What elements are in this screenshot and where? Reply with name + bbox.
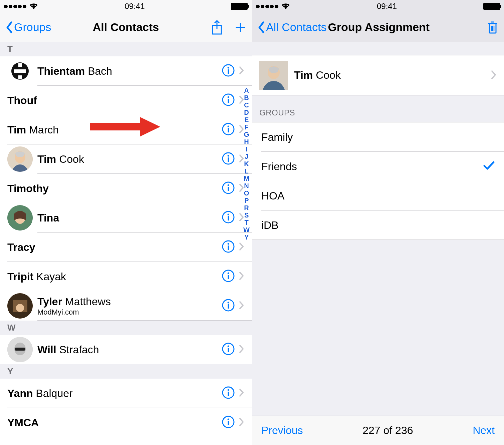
index-letter[interactable]: E [244,116,249,123]
svg-rect-6 [14,69,26,73]
info-icon[interactable] [222,152,235,166]
index-letter[interactable]: D [244,109,249,116]
svg-rect-7 [18,63,22,67]
svg-rect-36 [228,275,229,279]
svg-point-13 [228,96,229,98]
contact-avatar [259,61,288,90]
index-letter[interactable]: N [244,182,249,189]
index-letter[interactable]: T [244,219,248,226]
highlight-arrow-icon [90,117,160,136]
contacts-list[interactable]: TThientam BachThoufTim MarchTim CookTimo… [0,42,252,445]
signal-dots-icon [256,5,278,8]
index-letter[interactable]: J [245,153,248,160]
info-icon[interactable] [222,93,235,108]
svg-rect-54 [228,421,229,425]
status-time: 09:41 [124,2,145,11]
svg-rect-30 [228,216,229,220]
contact-row[interactable]: Tina [0,203,252,233]
info-icon[interactable] [222,210,235,225]
info-icon[interactable] [222,64,235,78]
back-button[interactable]: All Contacts [257,21,326,34]
contact-row[interactable]: Will Strafach [0,335,252,364]
contact-row[interactable]: Timothy [0,174,252,203]
contact-row[interactable]: Tim Cook [0,144,252,174]
contact-name: Thouf [7,94,222,107]
svg-point-50 [228,389,229,391]
group-row[interactable]: iDB [252,210,504,240]
spacer [252,42,504,55]
section-header: T [0,42,252,56]
next-button[interactable]: Next [473,424,495,437]
svg-rect-22 [228,157,229,162]
back-button[interactable]: Groups [5,21,51,34]
svg-rect-51 [228,392,229,396]
info-icon[interactable] [222,269,235,284]
info-icon[interactable] [222,342,235,357]
checkmark-icon [483,160,495,173]
index-letter[interactable]: F [244,123,248,131]
contact-row[interactable]: Thientam Bach [0,56,252,86]
add-icon[interactable] [234,21,246,33]
contact-row[interactable]: Tracy [0,233,252,262]
group-row[interactable]: Family [252,122,504,152]
contact-name: Tyler Matthews [37,296,222,308]
info-icon[interactable] [222,240,235,255]
index-letter[interactable]: W [243,226,250,234]
chevron-right-icon [239,344,244,355]
chevron-right-icon [239,242,244,253]
contact-row[interactable]: Thouf [0,86,252,115]
svg-point-16 [228,126,229,127]
svg-point-53 [228,419,229,420]
contact-avatar [7,146,33,172]
info-icon[interactable] [222,299,235,313]
index-letter[interactable]: R [244,204,249,211]
contact-name: Yann Balquer [7,387,222,400]
index-letter[interactable]: S [244,211,249,219]
index-letter[interactable]: M [244,175,249,182]
index-strip[interactable]: ABCDEFGHIJKLMNOPRSTWY [243,87,250,241]
index-letter[interactable]: C [244,101,249,109]
info-icon[interactable] [222,122,235,137]
contact-row[interactable]: YMCA [0,408,252,437]
contact-header-row[interactable]: Tim Cook [252,55,504,95]
svg-point-10 [228,67,229,69]
share-icon[interactable] [211,20,223,35]
info-icon[interactable] [222,415,235,430]
battery-icon [483,3,500,10]
index-letter[interactable]: O [244,189,249,197]
svg-rect-25 [228,187,229,191]
group-row[interactable]: HOA [252,181,504,210]
index-letter[interactable]: B [244,94,249,101]
contact-avatar [7,205,33,231]
svg-point-24 [228,184,229,186]
contact-name: Timothy [7,182,222,195]
contact-avatar [7,293,33,319]
index-letter[interactable]: I [246,145,248,153]
contact-name: YMCA [7,417,222,429]
contact-row[interactable]: Yann Balquer [0,379,252,408]
info-icon[interactable] [222,386,235,401]
index-letter[interactable]: P [244,197,249,204]
svg-rect-45 [15,348,25,351]
svg-rect-11 [228,69,229,74]
contact-avatar [7,337,33,362]
chevron-right-icon [239,271,244,282]
contact-row[interactable]: Tyler MatthewsModMyi.com [0,291,252,321]
svg-point-41 [228,302,229,304]
chevron-right-icon [239,388,244,399]
index-letter[interactable]: Y [244,234,249,241]
empty-area [252,240,504,416]
group-name: iDB [261,219,495,232]
group-row[interactable]: Friends [252,152,504,181]
contact-row[interactable]: Tripit Kayak [0,262,252,291]
index-letter[interactable]: H [244,138,249,145]
info-icon[interactable] [222,181,235,196]
section-header: W [0,321,252,335]
svg-point-29 [228,214,229,215]
index-letter[interactable]: L [244,167,248,175]
index-letter[interactable]: G [244,131,249,138]
index-letter[interactable]: A [244,87,249,94]
previous-button[interactable]: Previous [261,424,303,437]
index-letter[interactable]: K [244,160,249,167]
trash-icon[interactable] [487,20,499,34]
